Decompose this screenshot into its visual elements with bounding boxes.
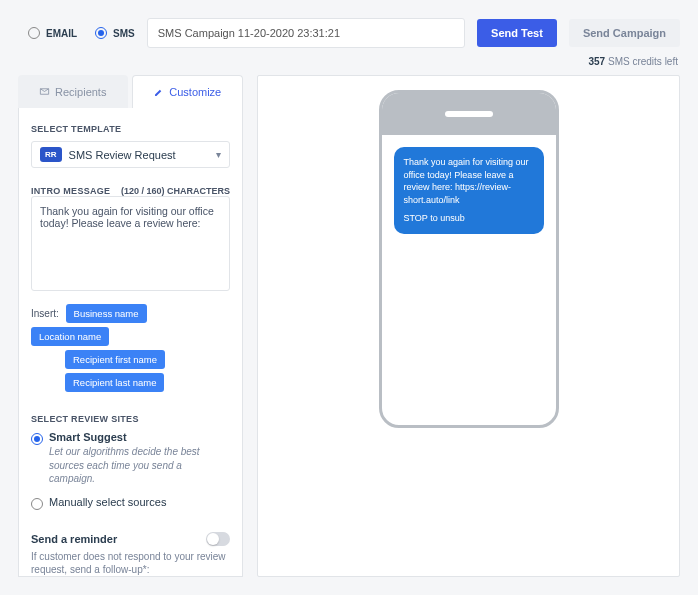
- template-select[interactable]: RR SMS Review Request ▾: [31, 141, 230, 168]
- manual-select-title: Manually select sources: [49, 496, 166, 508]
- radio-icon: [28, 27, 40, 39]
- char-counter: (120 / 160) CHARACTERS: [121, 186, 230, 196]
- intro-message-label: INTRO MESSAGE: [31, 186, 110, 196]
- edit-icon: [153, 87, 164, 98]
- intro-message-textarea[interactable]: [31, 196, 230, 291]
- smart-suggest-desc: Let our algorithms decide the best sourc…: [49, 445, 230, 486]
- review-sites-manual[interactable]: Manually select sources: [31, 496, 230, 510]
- send-test-button[interactable]: Send Test: [477, 19, 557, 47]
- send-reminder-toggle[interactable]: [206, 532, 230, 546]
- phone-statusbar: [382, 93, 556, 135]
- template-selected-name: SMS Review Request: [69, 149, 176, 161]
- select-template-label: SELECT TEMPLATE: [31, 124, 230, 134]
- insert-label: Insert:: [31, 308, 59, 319]
- send-reminder-desc: If customer does not respond to your rev…: [31, 550, 230, 577]
- send-reminder-title: Send a reminder: [31, 533, 117, 545]
- envelope-icon: [39, 86, 50, 97]
- template-badge: RR: [40, 147, 62, 162]
- credits-count: 357: [589, 56, 606, 67]
- phone-preview: Thank you again for visiting our office …: [379, 90, 559, 428]
- channel-radio-group: EMAIL SMS: [28, 27, 135, 39]
- customize-tab-body[interactable]: SELECT TEMPLATE RR SMS Review Request ▾ …: [18, 108, 243, 577]
- phone-speaker-icon: [445, 111, 493, 117]
- email-label: EMAIL: [46, 28, 77, 39]
- smart-suggest-title: Smart Suggest: [49, 431, 230, 443]
- sms-preview-bubble: Thank you again for visiting our office …: [394, 147, 544, 234]
- insert-variables: Insert: Business name Location name Reci…: [31, 302, 230, 394]
- sms-preview-text: Thank you again for visiting our office …: [404, 157, 529, 205]
- campaign-name-input[interactable]: [147, 18, 465, 48]
- radio-icon: [31, 433, 43, 445]
- preview-panel: Thank you again for visiting our office …: [257, 75, 680, 577]
- insert-recipient-last-name[interactable]: Recipient last name: [65, 373, 164, 392]
- tab-recipients[interactable]: Recipients: [18, 75, 128, 108]
- insert-business-name[interactable]: Business name: [66, 304, 147, 323]
- credits-remaining: 357 SMS credits left: [0, 56, 698, 75]
- radio-icon: [31, 498, 43, 510]
- tab-recipients-label: Recipients: [55, 86, 106, 98]
- phone-screen: Thank you again for visiting our office …: [382, 135, 556, 425]
- select-review-sites-label: SELECT REVIEW SITES: [31, 414, 230, 424]
- tabs: Recipients Customize: [18, 75, 243, 108]
- chevron-down-icon: ▾: [216, 149, 221, 160]
- insert-recipient-first-name[interactable]: Recipient first name: [65, 350, 165, 369]
- credits-suffix: SMS credits left: [605, 56, 678, 67]
- insert-location-name[interactable]: Location name: [31, 327, 109, 346]
- tab-customize[interactable]: Customize: [132, 75, 244, 108]
- channel-sms-radio[interactable]: SMS: [95, 27, 135, 39]
- radio-icon: [95, 27, 107, 39]
- sms-preview-stop: STOP to unsub: [404, 212, 534, 225]
- send-campaign-button[interactable]: Send Campaign: [569, 19, 680, 47]
- review-sites-smart-suggest[interactable]: Smart Suggest Let our algorithms decide …: [31, 431, 230, 486]
- left-panel: Recipients Customize SELECT TEMPLATE RR …: [18, 75, 243, 577]
- sms-label: SMS: [113, 28, 135, 39]
- tab-customize-label: Customize: [169, 86, 221, 98]
- channel-email-radio[interactable]: EMAIL: [28, 27, 77, 39]
